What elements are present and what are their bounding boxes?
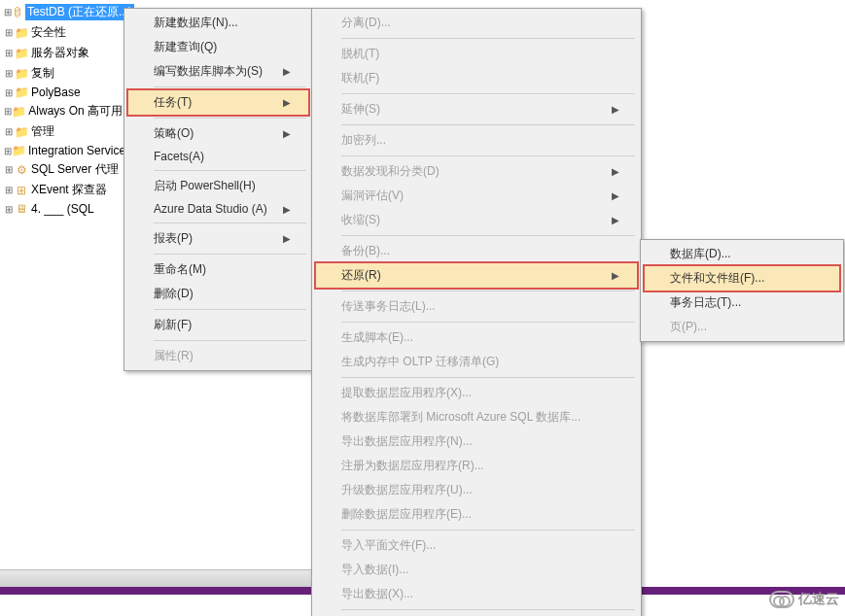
menu-item: 生成脚本(E)... [314,325,639,350]
expand-icon[interactable]: ⊞ [4,87,14,98]
menu-separator [154,254,306,255]
menu-item: 删除数据层应用程序(E)... [314,502,639,527]
menu-item[interactable]: 删除(D) [126,282,310,306]
expand-icon[interactable]: ⊞ [4,204,14,215]
tree-node[interactable]: ⊞⚙SQL Server 代理 [0,159,126,180]
expand-icon[interactable]: ⊞ [4,27,14,38]
menu-item[interactable]: 事务日志(T)... [643,291,841,315]
menu-item-label: 编写数据库脚本为(S) [154,63,263,80]
menu-item[interactable]: 策略(O)▶ [126,121,310,146]
tree-node[interactable]: ⊞📁服务器对象 [0,43,126,63]
menu-separator [154,170,306,171]
menu-item: 升级数据层应用程序(U)... [314,478,639,502]
submenu-arrow-icon: ▶ [612,215,619,225]
menu-item-label: 导入平面文件(F)... [341,537,436,554]
tree-node[interactable]: ⊞📁PolyBase [0,84,126,101]
tree-node[interactable]: ⊞📁安全性 [0,22,126,43]
menu-item-label: 报表(P) [154,230,193,247]
tree-node-testdb[interactable]: ⊞ 🛢 TestDB (正在还原...) [0,2,126,22]
submenu-arrow-icon: ▶ [612,104,619,115]
menu-item: 导出数据层应用程序(N)... [314,429,639,454]
menu-separator [341,530,635,530]
tree-node[interactable]: ⊞📁复制 [0,63,126,84]
menu-item: 导入数据(I)... [314,558,639,582]
menu-item[interactable]: 新建数据库(N)... [126,11,310,35]
watermark-text: 亿速云 [798,591,839,608]
menu-item-label: 升级数据层应用程序(U)... [341,482,473,498]
menu-item-label: 属性(R) [154,348,194,364]
expand-icon[interactable]: ⊞ [4,7,12,17]
submenu-arrow-icon: ▶ [283,97,291,108]
menu-item-label: 事务日志(T)... [670,294,741,311]
menu-separator [154,86,306,87]
menu-item-label: 脱机(T) [341,46,379,62]
folder-icon: 📁 [14,86,29,99]
menu-item-label: 导出数据层应用程序(N)... [341,433,473,450]
tree-node[interactable]: ⊞🖥4. ___ (SQL [0,200,126,218]
menu-item: 提取数据层应用程序(X)... [314,381,639,405]
tree-node-label: Integration Services [28,144,131,157]
submenu-arrow-icon: ▶ [283,128,291,139]
menu-item-label: 传送事务日志(L)... [341,298,436,315]
tree-node[interactable]: ⊞📁管理 [0,121,126,142]
folder-icon: ⚙ [14,163,29,177]
expand-icon[interactable]: ⊞ [4,185,14,195]
tree-node[interactable]: ⊞📁Always On 高可用 [0,101,126,121]
submenu-arrow-icon: ▶ [612,166,619,177]
menu-item: 注册为数据层应用程序(R)... [314,454,639,478]
menu-item-label: 导出数据(X)... [341,586,413,602]
menu-item[interactable]: 启动 PowerShell(H) [126,174,310,198]
menu-item[interactable]: 重命名(M) [126,257,310,282]
menu-item[interactable]: 报表(P)▶ [126,226,310,251]
tree-node-label: 复制 [31,65,54,82]
menu-item-label: 刷新(F) [154,317,192,333]
menu-item[interactable]: 文件和文件组(F)... [643,264,841,292]
menu-item: 收缩(S)▶ [314,208,639,232]
expand-icon[interactable]: ⊞ [4,106,12,117]
menu-separator [341,377,635,378]
menu-item-label: 联机(F) [341,70,379,86]
menu-item-label: 生成内存中 OLTP 迁移清单(G) [341,354,499,370]
tree-node[interactable]: ⊞📁Integration Services [0,142,126,159]
menu-item[interactable]: 刷新(F) [126,313,310,337]
submenu-arrow-icon: ▶ [283,233,291,244]
expand-icon[interactable]: ⊞ [4,48,14,58]
context-menu-tasks: 分离(D)...脱机(T)联机(F)延伸(S)▶加密列...数据发现和分类(D)… [311,8,642,616]
tree-node-label: Always On 高可用 [28,103,123,120]
menu-item-label: 新建查询(Q) [154,39,217,55]
menu-separator [341,291,635,291]
menu-item-label: 分离(D)... [341,15,391,31]
menu-item[interactable]: 新建查询(Q) [126,35,310,59]
context-menu-restore: 数据库(D)...文件和文件组(F)...事务日志(T)...页(P)... [640,239,844,342]
menu-item[interactable]: Facets(A) [126,146,310,167]
menu-item[interactable]: 编写数据库脚本为(S)▶ [126,59,310,84]
menu-item-label: 生成脚本(E)... [341,329,413,346]
menu-item[interactable]: 数据库(D)... [643,242,841,266]
menu-item: 加密列... [314,128,639,153]
menu-item-label: 新建数据库(N)... [154,15,238,31]
menu-item[interactable]: Azure Data Studio (A)▶ [126,198,310,220]
menu-item-label: 备份(B)... [341,243,390,259]
tree-node-label: 服务器对象 [31,45,89,61]
menu-item[interactable]: 还原(R)▶ [314,261,639,290]
submenu-arrow-icon: ▶ [283,204,291,215]
expand-icon[interactable]: ⊞ [4,164,14,175]
tree-node-label: TestDB (正在还原...) [25,4,134,20]
folder-icon: 📁 [12,105,26,119]
submenu-arrow-icon: ▶ [612,190,619,201]
expand-icon[interactable]: ⊞ [4,146,12,156]
menu-item-label: Facets(A) [154,150,204,163]
menu-item-label: 数据发现和分类(D) [341,163,440,180]
menu-item: 属性(R) [126,344,310,368]
tree-node-label: 安全性 [31,24,66,41]
expand-icon[interactable]: ⊞ [4,126,14,137]
menu-item-label: 页(P)... [670,319,707,335]
menu-item-label: Azure Data Studio (A) [154,202,267,216]
menu-item-label: 将数据库部署到 Microsoft Azure SQL 数据库... [341,409,581,426]
menu-item: 导入平面文件(F)... [314,533,639,558]
menu-item-label: 文件和文件组(F)... [670,270,764,287]
menu-item[interactable]: 任务(T)▶ [126,88,310,117]
expand-icon[interactable]: ⊞ [4,68,14,79]
tree-node[interactable]: ⊞⊞XEvent 探查器 [0,180,126,200]
menu-item: 联机(F) [314,66,639,90]
